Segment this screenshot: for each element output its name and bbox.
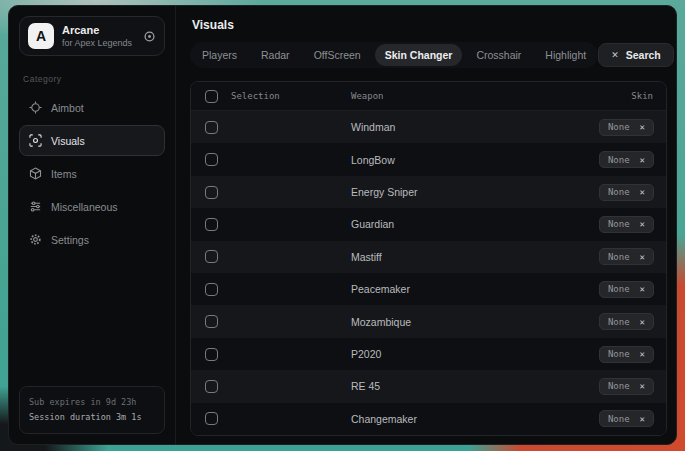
tab-label: Skin Changer	[385, 49, 453, 61]
skin-select-badge[interactable]: None ✕	[599, 216, 654, 233]
weapon-name: LongBow	[351, 154, 546, 166]
sidebar-item-miscellaneous[interactable]: Miscellaneous	[19, 191, 165, 222]
tab-row: Players Radar OffScreen Skin Changer Cro…	[190, 42, 667, 68]
tab-players[interactable]: Players	[192, 44, 247, 66]
clear-skin-icon[interactable]: ✕	[640, 187, 645, 197]
row-checkbox[interactable]	[205, 412, 218, 425]
main-panel: Visuals Players Radar OffScreen Skin Cha…	[176, 6, 676, 444]
sidebar-item-label: Aimbot	[51, 102, 84, 114]
tab-radar[interactable]: Radar	[251, 44, 300, 66]
clear-skin-icon[interactable]: ✕	[640, 284, 645, 294]
tab-offscreen[interactable]: OffScreen	[304, 44, 371, 66]
weapon-name: Mozambique	[351, 316, 546, 328]
row-checkbox[interactable]	[205, 250, 218, 263]
subscription-info-box: Sub expires in 9d 23h Session duration 3…	[19, 386, 165, 434]
clear-skin-icon[interactable]: ✕	[640, 155, 645, 165]
skin-value: None	[608, 414, 630, 424]
clear-skin-icon[interactable]: ✕	[640, 414, 645, 424]
weapon-table-row: Windman None ✕	[191, 111, 666, 143]
tab-highlight[interactable]: Highlight	[535, 44, 596, 66]
row-checkbox[interactable]	[205, 186, 218, 199]
weapon-name: P2020	[351, 348, 546, 360]
selection-column-header: Selection	[231, 91, 351, 101]
skin-select-badge[interactable]: None ✕	[599, 151, 654, 168]
search-button[interactable]: ✕ Search	[598, 43, 674, 67]
skin-select-badge[interactable]: None ✕	[599, 184, 654, 201]
brand-subtitle: for Apex Legends	[62, 37, 135, 49]
sidebar-item-label: Items	[51, 168, 77, 180]
skin-select-badge[interactable]: None ✕	[599, 410, 654, 427]
weapon-table-row: Energy Sniper None ✕	[191, 176, 666, 208]
skin-select-badge[interactable]: None ✕	[599, 313, 654, 330]
weapon-name: Peacemaker	[351, 283, 546, 295]
weapon-column-header: Weapon	[351, 91, 546, 101]
skin-select-badge[interactable]: None ✕	[599, 346, 654, 363]
row-checkbox[interactable]	[205, 121, 218, 134]
weapon-name: RE 45	[351, 380, 546, 392]
box-icon	[29, 167, 42, 180]
search-button-label: Search	[626, 49, 661, 61]
main-header: Visuals	[190, 6, 667, 42]
weapon-table-row: Mastiff None ✕	[191, 241, 666, 273]
tab-label: Players	[202, 49, 237, 61]
sidebar: A Arcane for Apex Legends Category Aimbo…	[9, 6, 176, 444]
clear-skin-icon[interactable]: ✕	[640, 122, 645, 132]
skin-select-badge[interactable]: None ✕	[599, 281, 654, 298]
sidebar-item-label: Visuals	[51, 135, 85, 147]
clear-skin-icon[interactable]: ✕	[640, 349, 645, 359]
skin-value: None	[608, 349, 630, 359]
tab-label: OffScreen	[314, 49, 361, 61]
target-icon[interactable]	[143, 30, 156, 43]
skin-select-badge[interactable]: None ✕	[599, 378, 654, 395]
sidebar-item-label: Settings	[51, 234, 89, 246]
weapon-name: Energy Sniper	[351, 186, 546, 198]
sidebar-item-settings[interactable]: Settings	[19, 224, 165, 255]
sidebar-item-aimbot[interactable]: Aimbot	[19, 92, 165, 123]
row-checkbox[interactable]	[205, 348, 218, 361]
sidebar-item-visuals[interactable]: Visuals	[19, 125, 165, 156]
weapon-table-row: Peacemaker None ✕	[191, 273, 666, 305]
row-checkbox[interactable]	[205, 218, 218, 231]
row-checkbox[interactable]	[205, 153, 218, 166]
row-checkbox[interactable]	[205, 380, 218, 393]
sidebar-item-items[interactable]: Items	[19, 158, 165, 189]
clear-skin-icon[interactable]: ✕	[640, 381, 645, 391]
skin-select-badge[interactable]: None ✕	[599, 119, 654, 136]
weapon-table-row: LongBow None ✕	[191, 143, 666, 175]
row-checkbox[interactable]	[205, 283, 218, 296]
sidebar-nav: Aimbot Visuals Items Miscellaneous Setti…	[19, 92, 165, 257]
table-header-row: Selection Weapon Skin	[191, 82, 666, 111]
table-body: Windman None ✕ LongBow None ✕ Energy Sni…	[191, 111, 666, 435]
skin-value: None	[608, 155, 630, 165]
gear-icon	[29, 233, 42, 246]
clear-skin-icon[interactable]: ✕	[640, 219, 645, 229]
session-duration-text: Session duration 3m 1s	[29, 410, 155, 425]
eye-scan-icon	[29, 134, 42, 147]
clear-skin-icon[interactable]: ✕	[640, 317, 645, 327]
skin-changer-table: Selection Weapon Skin Windman None ✕ Lon…	[190, 81, 667, 436]
skin-value: None	[608, 284, 630, 294]
select-all-checkbox[interactable]	[205, 90, 218, 103]
tab-label: Highlight	[545, 49, 586, 61]
weapon-name: Changemaker	[351, 413, 546, 425]
tab-label: Crosshair	[476, 49, 521, 61]
crosshair-icon	[29, 101, 42, 114]
tab-crosshair[interactable]: Crosshair	[466, 44, 531, 66]
sub-expires-text: Sub expires in 9d 23h	[29, 395, 155, 410]
tab-label: Radar	[261, 49, 290, 61]
weapon-table-row: Guardian None ✕	[191, 208, 666, 240]
weapon-table-row: P2020 None ✕	[191, 338, 666, 370]
row-checkbox[interactable]	[205, 315, 218, 328]
skin-select-badge[interactable]: None ✕	[599, 248, 654, 265]
weapon-table-row: Changemaker None ✕	[191, 403, 666, 435]
search-icon: ✕	[611, 50, 619, 60]
skin-value: None	[608, 122, 630, 132]
tab-skin-changer[interactable]: Skin Changer	[375, 44, 463, 66]
skin-value: None	[608, 187, 630, 197]
weapon-name: Mastiff	[351, 251, 546, 263]
clear-skin-icon[interactable]: ✕	[640, 252, 645, 262]
brand-logo: A	[28, 23, 54, 49]
sliders-icon	[29, 200, 42, 213]
skin-value: None	[608, 252, 630, 262]
weapon-name: Guardian	[351, 218, 546, 230]
